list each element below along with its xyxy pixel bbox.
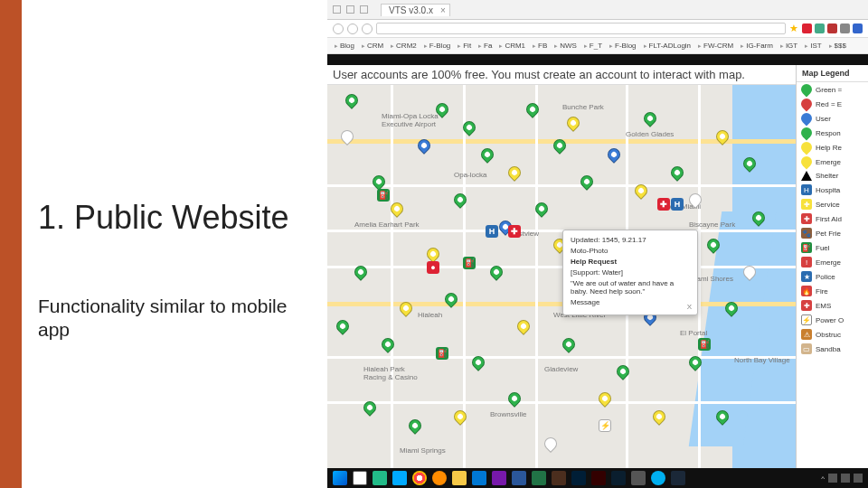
map-pin[interactable] bbox=[650, 408, 668, 426]
bookmark[interactable]: CRM1 bbox=[499, 42, 525, 50]
taskbar-icon[interactable] bbox=[631, 471, 646, 485]
hospital-icon[interactable]: H bbox=[671, 198, 684, 211]
map-pin[interactable] bbox=[524, 100, 542, 118]
bookmark[interactable]: $$$ bbox=[829, 42, 846, 50]
hospital-icon[interactable]: H bbox=[486, 225, 498, 238]
tray-icon[interactable] bbox=[841, 474, 850, 483]
map-canvas[interactable]: Miami-Opa Locka Executive Airport Amelia… bbox=[327, 85, 796, 468]
popup-message-link[interactable]: Message bbox=[571, 298, 690, 306]
map-pin[interactable] bbox=[370, 173, 388, 191]
map-pin[interactable] bbox=[564, 114, 582, 132]
map-pin[interactable] bbox=[343, 91, 361, 109]
road bbox=[327, 401, 796, 404]
word-icon[interactable] bbox=[512, 471, 526, 485]
bookmark[interactable]: IST bbox=[805, 42, 821, 50]
reload-icon[interactable] bbox=[362, 23, 373, 34]
photoshop-icon[interactable] bbox=[571, 471, 586, 485]
extension-icons bbox=[802, 23, 863, 33]
slide-title: 1. Public Website bbox=[38, 199, 288, 237]
bridge-icon[interactable] bbox=[552, 471, 566, 485]
map-pin[interactable] bbox=[379, 335, 397, 353]
legend-label: Hospita bbox=[816, 186, 840, 194]
bookmark[interactable]: IGT bbox=[780, 42, 797, 50]
excel-icon[interactable] bbox=[532, 471, 546, 485]
map-pin[interactable] bbox=[596, 389, 614, 408]
ext-icon[interactable] bbox=[815, 23, 825, 33]
outlook-icon[interactable] bbox=[472, 471, 486, 485]
map-pin[interactable] bbox=[451, 408, 469, 426]
map-pin[interactable] bbox=[478, 145, 496, 164]
popup-close-icon[interactable]: X bbox=[687, 303, 692, 311]
stop-icon[interactable]: ● bbox=[427, 261, 439, 274]
firefox-icon[interactable] bbox=[432, 471, 447, 485]
map-pin[interactable] bbox=[668, 164, 686, 182]
bookmark[interactable]: F_T bbox=[584, 42, 602, 50]
url-input[interactable] bbox=[376, 23, 786, 34]
steam-icon[interactable] bbox=[671, 471, 685, 485]
bookmark[interactable]: CRM bbox=[362, 42, 383, 50]
legend-label: Shelter bbox=[816, 172, 838, 180]
map-pin[interactable] bbox=[424, 245, 442, 263]
taskbar-icon[interactable] bbox=[392, 471, 407, 485]
fuel-icon[interactable]: ⛽ bbox=[377, 189, 390, 202]
map-pin[interactable] bbox=[542, 435, 560, 453]
legend-label: Power O bbox=[816, 316, 844, 324]
bookmark[interactable]: Fit bbox=[458, 42, 471, 50]
browser-tab[interactable]: VTS v3.0.x × bbox=[381, 4, 450, 16]
fuel-icon[interactable]: ⛽ bbox=[698, 338, 711, 351]
bookmark[interactable]: CRM2 bbox=[391, 42, 417, 50]
illustrator-icon[interactable] bbox=[591, 471, 606, 485]
map-pin[interactable] bbox=[514, 317, 533, 335]
map-pin[interactable] bbox=[686, 191, 704, 209]
firstaid-icon[interactable]: ✚ bbox=[657, 198, 670, 211]
map-pin[interactable] bbox=[578, 173, 596, 191]
fuel-icon[interactable]: ⛽ bbox=[463, 257, 476, 269]
bookmark[interactable]: IG-Farm bbox=[741, 42, 773, 50]
onenote-icon[interactable] bbox=[492, 471, 506, 485]
taskbar-icon[interactable] bbox=[353, 471, 367, 485]
bookmark[interactable]: FLT-ADLogin bbox=[644, 42, 692, 50]
bookmark[interactable]: FB bbox=[533, 42, 547, 50]
map-pin[interactable] bbox=[614, 362, 632, 380]
map-pin[interactable] bbox=[451, 191, 469, 209]
chrome-icon[interactable] bbox=[412, 471, 427, 485]
bookmark[interactable]: F-Blog bbox=[424, 42, 451, 50]
place-label: El Portal bbox=[680, 329, 707, 337]
bookmark[interactable]: F-Blog bbox=[609, 42, 637, 50]
fuel-icon[interactable]: ⛽ bbox=[436, 347, 448, 360]
map-pin[interactable] bbox=[433, 100, 451, 118]
folder-icon[interactable] bbox=[452, 471, 467, 485]
ext-icon[interactable] bbox=[853, 23, 863, 33]
map-pin[interactable] bbox=[641, 109, 659, 127]
taskbar-icon[interactable] bbox=[373, 471, 387, 485]
tray-icon[interactable] bbox=[828, 474, 837, 483]
popup-title: Help Request bbox=[571, 258, 690, 266]
bookmark[interactable]: FW-CRM bbox=[698, 42, 733, 50]
bookmark[interactable]: Fa bbox=[478, 42, 492, 50]
legend-row: ⛽Fuel bbox=[797, 240, 868, 255]
ext-icon[interactable] bbox=[802, 23, 812, 33]
legend-row: Help Re bbox=[797, 140, 868, 155]
star-icon[interactable]: ★ bbox=[789, 23, 798, 34]
close-icon[interactable]: × bbox=[440, 5, 446, 15]
firstaid-icon[interactable]: ✚ bbox=[508, 225, 521, 238]
map-pin[interactable] bbox=[605, 145, 623, 164]
skype-icon[interactable] bbox=[651, 471, 665, 485]
lightroom-icon[interactable] bbox=[611, 471, 626, 485]
map-pin[interactable] bbox=[334, 317, 352, 335]
tray-icon[interactable] bbox=[854, 474, 863, 483]
ext-icon[interactable] bbox=[840, 23, 850, 33]
forward-icon[interactable] bbox=[347, 23, 358, 34]
map-pin[interactable] bbox=[560, 335, 578, 353]
start-button[interactable] bbox=[333, 471, 347, 485]
map-pin[interactable] bbox=[505, 389, 524, 408]
ext-icon[interactable] bbox=[827, 23, 837, 33]
map-pin[interactable] bbox=[505, 164, 524, 182]
bookmark[interactable]: NWS bbox=[554, 42, 577, 50]
map-pin[interactable] bbox=[406, 417, 424, 435]
back-icon[interactable] bbox=[333, 23, 344, 34]
bookmark[interactable]: Blog bbox=[335, 42, 354, 50]
tray-chevron-icon[interactable]: ^ bbox=[821, 474, 825, 483]
legend-label: Sandba bbox=[816, 345, 841, 353]
power-icon[interactable]: ⚡ bbox=[599, 419, 611, 432]
